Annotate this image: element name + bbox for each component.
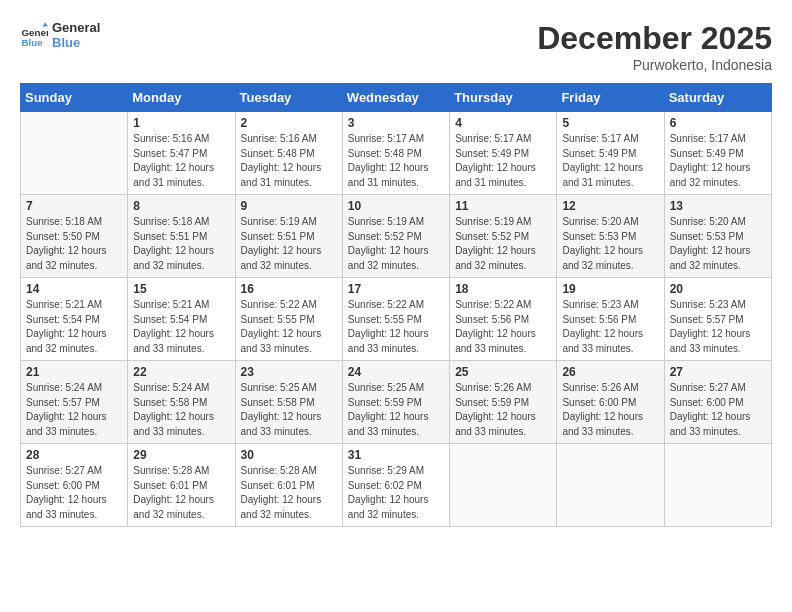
day-info: Sunrise: 5:21 AM Sunset: 5:54 PM Dayligh… <box>26 298 122 356</box>
day-number: 3 <box>348 116 444 130</box>
calendar-cell: 20Sunrise: 5:23 AM Sunset: 5:57 PM Dayli… <box>664 278 771 361</box>
calendar-week-row: 1Sunrise: 5:16 AM Sunset: 5:47 PM Daylig… <box>21 112 772 195</box>
day-info: Sunrise: 5:28 AM Sunset: 6:01 PM Dayligh… <box>241 464 337 522</box>
weekday-header: Tuesday <box>235 84 342 112</box>
day-info: Sunrise: 5:23 AM Sunset: 5:57 PM Dayligh… <box>670 298 766 356</box>
location: Purwokerto, Indonesia <box>537 57 772 73</box>
day-number: 4 <box>455 116 551 130</box>
day-number: 1 <box>133 116 229 130</box>
day-info: Sunrise: 5:17 AM Sunset: 5:49 PM Dayligh… <box>562 132 658 190</box>
calendar-cell: 4Sunrise: 5:17 AM Sunset: 5:49 PM Daylig… <box>450 112 557 195</box>
logo: General Blue General Blue <box>20 20 100 50</box>
calendar-cell: 30Sunrise: 5:28 AM Sunset: 6:01 PM Dayli… <box>235 444 342 527</box>
calendar-cell: 25Sunrise: 5:26 AM Sunset: 5:59 PM Dayli… <box>450 361 557 444</box>
day-number: 12 <box>562 199 658 213</box>
day-info: Sunrise: 5:26 AM Sunset: 6:00 PM Dayligh… <box>562 381 658 439</box>
day-number: 28 <box>26 448 122 462</box>
calendar-week-row: 7Sunrise: 5:18 AM Sunset: 5:50 PM Daylig… <box>21 195 772 278</box>
calendar: SundayMondayTuesdayWednesdayThursdayFrid… <box>20 83 772 527</box>
logo-line1: General <box>52 20 100 35</box>
day-number: 26 <box>562 365 658 379</box>
calendar-cell <box>557 444 664 527</box>
day-number: 8 <box>133 199 229 213</box>
day-number: 19 <box>562 282 658 296</box>
calendar-cell: 23Sunrise: 5:25 AM Sunset: 5:58 PM Dayli… <box>235 361 342 444</box>
day-number: 31 <box>348 448 444 462</box>
day-info: Sunrise: 5:20 AM Sunset: 5:53 PM Dayligh… <box>562 215 658 273</box>
day-info: Sunrise: 5:25 AM Sunset: 5:58 PM Dayligh… <box>241 381 337 439</box>
day-info: Sunrise: 5:20 AM Sunset: 5:53 PM Dayligh… <box>670 215 766 273</box>
calendar-cell: 21Sunrise: 5:24 AM Sunset: 5:57 PM Dayli… <box>21 361 128 444</box>
day-number: 2 <box>241 116 337 130</box>
logo-line2: Blue <box>52 35 100 50</box>
svg-text:Blue: Blue <box>21 37 43 48</box>
calendar-cell: 28Sunrise: 5:27 AM Sunset: 6:00 PM Dayli… <box>21 444 128 527</box>
calendar-cell: 29Sunrise: 5:28 AM Sunset: 6:01 PM Dayli… <box>128 444 235 527</box>
day-info: Sunrise: 5:22 AM Sunset: 5:55 PM Dayligh… <box>348 298 444 356</box>
day-info: Sunrise: 5:24 AM Sunset: 5:57 PM Dayligh… <box>26 381 122 439</box>
day-info: Sunrise: 5:25 AM Sunset: 5:59 PM Dayligh… <box>348 381 444 439</box>
day-number: 25 <box>455 365 551 379</box>
day-number: 9 <box>241 199 337 213</box>
day-number: 29 <box>133 448 229 462</box>
day-number: 17 <box>348 282 444 296</box>
calendar-cell: 18Sunrise: 5:22 AM Sunset: 5:56 PM Dayli… <box>450 278 557 361</box>
calendar-week-row: 14Sunrise: 5:21 AM Sunset: 5:54 PM Dayli… <box>21 278 772 361</box>
calendar-cell <box>450 444 557 527</box>
calendar-cell: 27Sunrise: 5:27 AM Sunset: 6:00 PM Dayli… <box>664 361 771 444</box>
calendar-cell <box>664 444 771 527</box>
calendar-cell: 24Sunrise: 5:25 AM Sunset: 5:59 PM Dayli… <box>342 361 449 444</box>
calendar-cell: 6Sunrise: 5:17 AM Sunset: 5:49 PM Daylig… <box>664 112 771 195</box>
calendar-cell: 31Sunrise: 5:29 AM Sunset: 6:02 PM Dayli… <box>342 444 449 527</box>
day-number: 24 <box>348 365 444 379</box>
weekday-header: Monday <box>128 84 235 112</box>
day-info: Sunrise: 5:16 AM Sunset: 5:47 PM Dayligh… <box>133 132 229 190</box>
day-number: 5 <box>562 116 658 130</box>
day-number: 30 <box>241 448 337 462</box>
weekday-header: Sunday <box>21 84 128 112</box>
day-info: Sunrise: 5:19 AM Sunset: 5:51 PM Dayligh… <box>241 215 337 273</box>
day-number: 22 <box>133 365 229 379</box>
day-number: 14 <box>26 282 122 296</box>
day-number: 10 <box>348 199 444 213</box>
weekday-header: Wednesday <box>342 84 449 112</box>
calendar-cell: 19Sunrise: 5:23 AM Sunset: 5:56 PM Dayli… <box>557 278 664 361</box>
day-number: 7 <box>26 199 122 213</box>
calendar-cell: 2Sunrise: 5:16 AM Sunset: 5:48 PM Daylig… <box>235 112 342 195</box>
logo-icon: General Blue <box>20 21 48 49</box>
calendar-week-row: 28Sunrise: 5:27 AM Sunset: 6:00 PM Dayli… <box>21 444 772 527</box>
weekday-header: Thursday <box>450 84 557 112</box>
title-block: December 2025 Purwokerto, Indonesia <box>537 20 772 73</box>
day-info: Sunrise: 5:17 AM Sunset: 5:49 PM Dayligh… <box>670 132 766 190</box>
day-info: Sunrise: 5:19 AM Sunset: 5:52 PM Dayligh… <box>455 215 551 273</box>
calendar-cell: 5Sunrise: 5:17 AM Sunset: 5:49 PM Daylig… <box>557 112 664 195</box>
day-info: Sunrise: 5:24 AM Sunset: 5:58 PM Dayligh… <box>133 381 229 439</box>
calendar-cell: 3Sunrise: 5:17 AM Sunset: 5:48 PM Daylig… <box>342 112 449 195</box>
month-year: December 2025 <box>537 20 772 57</box>
day-number: 21 <box>26 365 122 379</box>
weekday-header-row: SundayMondayTuesdayWednesdayThursdayFrid… <box>21 84 772 112</box>
day-number: 23 <box>241 365 337 379</box>
day-info: Sunrise: 5:27 AM Sunset: 6:00 PM Dayligh… <box>670 381 766 439</box>
calendar-cell: 17Sunrise: 5:22 AM Sunset: 5:55 PM Dayli… <box>342 278 449 361</box>
day-info: Sunrise: 5:22 AM Sunset: 5:55 PM Dayligh… <box>241 298 337 356</box>
calendar-cell: 22Sunrise: 5:24 AM Sunset: 5:58 PM Dayli… <box>128 361 235 444</box>
day-info: Sunrise: 5:29 AM Sunset: 6:02 PM Dayligh… <box>348 464 444 522</box>
day-info: Sunrise: 5:28 AM Sunset: 6:01 PM Dayligh… <box>133 464 229 522</box>
day-number: 6 <box>670 116 766 130</box>
calendar-cell: 11Sunrise: 5:19 AM Sunset: 5:52 PM Dayli… <box>450 195 557 278</box>
day-info: Sunrise: 5:27 AM Sunset: 6:00 PM Dayligh… <box>26 464 122 522</box>
calendar-cell: 10Sunrise: 5:19 AM Sunset: 5:52 PM Dayli… <box>342 195 449 278</box>
day-info: Sunrise: 5:23 AM Sunset: 5:56 PM Dayligh… <box>562 298 658 356</box>
page-header: General Blue General Blue December 2025 … <box>20 20 772 73</box>
svg-marker-2 <box>42 22 48 26</box>
day-number: 13 <box>670 199 766 213</box>
calendar-cell: 9Sunrise: 5:19 AM Sunset: 5:51 PM Daylig… <box>235 195 342 278</box>
day-number: 18 <box>455 282 551 296</box>
calendar-week-row: 21Sunrise: 5:24 AM Sunset: 5:57 PM Dayli… <box>21 361 772 444</box>
day-info: Sunrise: 5:19 AM Sunset: 5:52 PM Dayligh… <box>348 215 444 273</box>
day-info: Sunrise: 5:17 AM Sunset: 5:49 PM Dayligh… <box>455 132 551 190</box>
day-number: 16 <box>241 282 337 296</box>
calendar-cell: 1Sunrise: 5:16 AM Sunset: 5:47 PM Daylig… <box>128 112 235 195</box>
day-info: Sunrise: 5:22 AM Sunset: 5:56 PM Dayligh… <box>455 298 551 356</box>
